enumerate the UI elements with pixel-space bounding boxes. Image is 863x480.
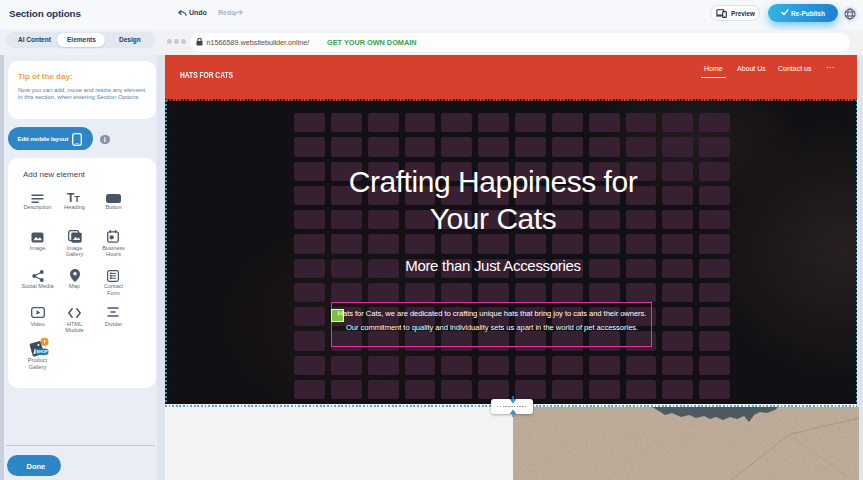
svg-text:SHOP: SHOP bbox=[36, 349, 48, 354]
